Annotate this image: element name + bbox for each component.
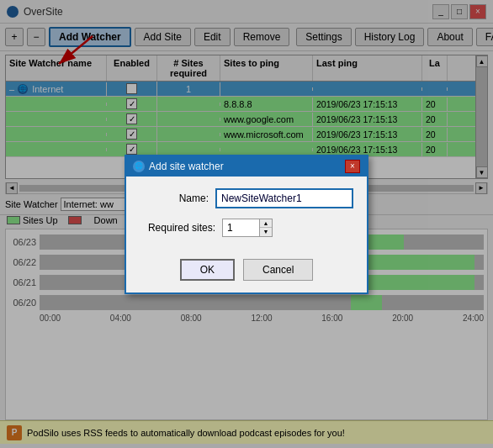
modal-required-sites-field: Required sites: ▲ ▼ xyxy=(140,219,353,237)
modal-overlay: 🌐 Add site watcher × Name: Required site… xyxy=(0,0,493,448)
spinner-up-button[interactable]: ▲ xyxy=(260,219,272,228)
modal-body: Name: Required sites: ▲ ▼ xyxy=(126,177,367,259)
modal-name-label: Name: xyxy=(140,192,209,204)
modal-ok-button[interactable]: OK xyxy=(180,259,235,281)
spinner-buttons[interactable]: ▲ ▼ xyxy=(260,219,273,237)
modal-globe-icon: 🌐 xyxy=(133,161,145,172)
modal-titlebar: 🌐 Add site watcher × xyxy=(126,156,367,177)
spinner-input[interactable] xyxy=(222,219,260,237)
modal-title: Add site watcher xyxy=(149,161,224,172)
modal-required-sites-label: Required sites: xyxy=(140,222,215,234)
modal-cancel-button[interactable]: Cancel xyxy=(243,259,313,281)
modal-footer: OK Cancel xyxy=(126,259,367,293)
spinner-container: ▲ ▼ xyxy=(222,219,273,237)
modal-name-field: Name: xyxy=(140,188,353,208)
spinner-down-button[interactable]: ▼ xyxy=(260,228,272,236)
modal-close-button[interactable]: × xyxy=(345,160,360,173)
modal-titlebar-left: 🌐 Add site watcher xyxy=(133,161,224,172)
add-site-watcher-modal: 🌐 Add site watcher × Name: Required site… xyxy=(125,155,368,294)
modal-name-input[interactable] xyxy=(215,188,353,208)
